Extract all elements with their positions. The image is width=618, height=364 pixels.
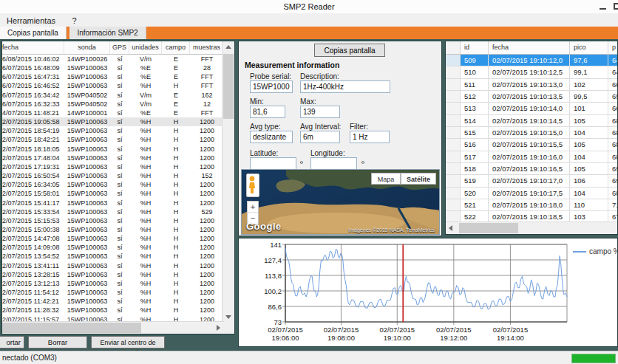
table-row[interactable]: 6/07/2015 16:32:3315WP040502síV/mE12 [2, 100, 224, 109]
copias-pantalla-button[interactable]: Copias pantalla [314, 44, 385, 57]
column-header[interactable]: muestras [190, 41, 224, 54]
map-mode-button[interactable]: Mapa [371, 173, 401, 185]
table-row[interactable]: 6/07/2015 16:48:0915WP100063sí%EE28 [2, 63, 224, 72]
table-row[interactable]: 51002/07/2015 19:10:12,599,164 [446, 66, 618, 78]
latitude-field[interactable] [250, 157, 296, 170]
minimize-icon[interactable] [600, 8, 606, 10]
table-row[interactable]: 52202/07/2015 19:10:18,510367 [446, 211, 618, 222]
horizontal-scrollbar[interactable] [446, 222, 617, 234]
horizontal-scrollbar[interactable] [2, 321, 224, 334]
table-row[interactable]: 2/07/2015 18:54:1915WP100063sí%HH1200 [2, 126, 224, 135]
table-cell: %H [129, 243, 162, 252]
min-field[interactable] [250, 106, 285, 118]
row-selector[interactable] [446, 127, 461, 138]
table-row[interactable]: 6/08/2015 10:46:0214WP100026síV/mEFFT [2, 55, 224, 63]
vertical-scrollbar[interactable] [222, 41, 234, 323]
column-header[interactable]: fecha [2, 41, 64, 54]
row-selector[interactable] [446, 151, 461, 162]
table-row[interactable]: 51802/07/2015 19:10:16,510569 [446, 163, 618, 175]
table-row[interactable]: 2/07/2015 15:00:3815WP100063sí%HH1200 [2, 225, 224, 234]
table-row[interactable]: 51502/07/2015 19:10:15,010468 [446, 127, 618, 139]
table-row[interactable]: 6/07/2015 16:46:5215WP100063sí%HHFFT [2, 81, 224, 90]
table-row[interactable]: 2/07/2015 11:54:1215WP100063sí%HH1200 [2, 288, 224, 297]
row-selector[interactable] [446, 79, 461, 90]
row-selector[interactable] [446, 211, 461, 222]
table-row[interactable]: 6/07/2015 16:47:3115WP100063sí%EEFFT [2, 72, 224, 81]
table-row[interactable]: 2/07/2015 16:50:5415WP100063sí%HH152 [2, 171, 224, 180]
description-field[interactable] [300, 80, 390, 93]
table-row[interactable]: 2/07/2015 11:42:2115WP100063sí%HH1200 [2, 297, 224, 306]
table-row[interactable]: 51902/07/2015 19:10:17,010669 [446, 175, 618, 187]
longitude-field[interactable] [310, 157, 357, 170]
table-row[interactable]: 2/07/2015 17:19:3115WP100063sí%HH1200 [2, 162, 224, 171]
table-row[interactable]: 52102/07/2015 19:10:18,011071 [446, 199, 618, 211]
satellite-mode-button[interactable]: Satélite [401, 173, 436, 185]
row-selector[interactable] [446, 163, 461, 174]
table-row[interactable]: 2/07/2015 13:41:1115WP100063sí%HH1200 [2, 261, 224, 270]
column-header[interactable]: unidades [129, 41, 162, 54]
table-row[interactable]: 51402/07/2015 19:10:14,510568 [446, 115, 618, 127]
table-row[interactable]: 2/07/2015 13:12:1315WP100063sí%HH1200 [2, 279, 224, 288]
table-row[interactable]: 50902/07/2015 19:10:12,097,664 [446, 55, 618, 66]
map-widget[interactable]: Mapa Satélite + − Google Imágenes ©2015 … [241, 169, 440, 235]
column-header[interactable]: id [461, 41, 489, 54]
table-row[interactable]: 6/07/2015 16:34:4215WP040502síV/mE162 [2, 91, 224, 100]
row-selector[interactable] [446, 66, 461, 78]
table-row[interactable]: 2/07/2015 19:05:5815WP100063sí%HH1200 [2, 117, 224, 126]
table-row[interactable]: 2/07/2015 17:48:0415WP100063sí%HH1200 [2, 154, 224, 162]
avg-type-field[interactable] [250, 131, 293, 143]
probe-serial-field[interactable] [250, 80, 293, 93]
tab-copias-pantalla[interactable]: Copias pantalla [0, 27, 67, 39]
column-header[interactable]: pico [570, 41, 608, 54]
table-row[interactable]: 2/07/2015 16:34:0515WP100063sí%HH1200 [2, 180, 224, 189]
row-selector[interactable] [446, 103, 461, 114]
row-selector[interactable] [446, 175, 461, 186]
column-header[interactable]: campo [162, 41, 190, 54]
avg-interval-field[interactable] [300, 131, 340, 143]
row-selector[interactable] [446, 91, 461, 102]
row-selector[interactable] [446, 188, 461, 199]
table-row[interactable]: 2/07/2015 18:42:2115WP100063sí%HH1200 [2, 135, 224, 144]
row-selector[interactable] [446, 199, 461, 210]
table-row[interactable]: 2/07/2015 15:58:0115WP100063sí%HH1200 [2, 189, 224, 198]
table-row[interactable]: 4/07/2015 11:48:2114WP100001sí%EEFFT [2, 109, 224, 117]
menu-herramientas[interactable]: Herramientas [0, 14, 62, 27]
table-row[interactable]: 2/07/2015 13:28:1515WP100063sí%HH1200 [2, 270, 224, 279]
row-selector[interactable] [446, 55, 461, 66]
scrollbar-thumb[interactable] [2, 323, 141, 333]
pegman-icon[interactable] [246, 174, 259, 197]
row-selector[interactable] [446, 115, 461, 126]
scroll-up-icon[interactable] [223, 41, 234, 53]
scrollbar-thumb[interactable] [459, 223, 518, 233]
maximize-icon[interactable] [614, 3, 618, 10]
delete-button[interactable]: Borrar [28, 336, 87, 348]
column-header[interactable]: fecha [489, 41, 570, 54]
tab-informacion-smp2[interactable]: Información SMP2 [69, 27, 146, 39]
table-row[interactable]: 2/07/2015 18:18:0515WP100063sí%HH1200 [2, 145, 224, 154]
menu-help[interactable]: ? [65, 14, 83, 27]
table-row[interactable]: 51702/07/2015 19:10:16,010468 [446, 151, 618, 163]
max-field[interactable] [300, 106, 340, 118]
table-row[interactable]: 2/07/2015 11:28:3215WP100063sí%HH1200 [2, 306, 224, 315]
column-header[interactable]: GPS [110, 41, 129, 54]
table-row[interactable]: 52002/07/2015 19:10:17,510468 [446, 188, 618, 199]
export-button[interactable]: ortar [0, 336, 24, 348]
table-row[interactable]: 51202/07/2015 19:10:13,599,565 [446, 91, 618, 103]
scroll-left-icon[interactable] [446, 222, 458, 234]
table-row[interactable]: 2/07/2015 13:54:5215WP100063sí%HH1200 [2, 252, 224, 261]
filter-field[interactable] [350, 131, 390, 143]
row-selector[interactable] [446, 139, 461, 150]
column-header[interactable]: p [608, 41, 618, 54]
table-row[interactable]: 51602/07/2015 19:10:15,510568 [446, 139, 618, 151]
table-row[interactable]: 2/07/2015 15:41:1715WP100063sí%HH1200 [2, 199, 224, 207]
table-row[interactable]: 2/07/2015 14:47:0815WP100063sí%HH1200 [2, 234, 224, 243]
table-row[interactable]: 2/07/2015 14:09:0815WP100063sí%HH1200 [2, 243, 224, 252]
table-row[interactable]: 51102/07/2015 19:10:13,010266 [446, 79, 618, 91]
scrollbar-thumb[interactable] [223, 54, 234, 119]
table-row[interactable]: 51302/07/2015 19:10:14,010166 [446, 103, 618, 114]
zoom-in-icon[interactable]: + [248, 202, 258, 213]
table-row[interactable]: 2/07/2015 15:15:5315WP100063sí%HH1200 [2, 216, 224, 225]
send-to-control-center-button[interactable]: Enviar al centro de control [91, 336, 165, 348]
table-row[interactable]: 2/07/2015 15:33:5415WP100063sí%HH529 [2, 207, 224, 216]
column-header[interactable]: sonda [64, 41, 110, 54]
